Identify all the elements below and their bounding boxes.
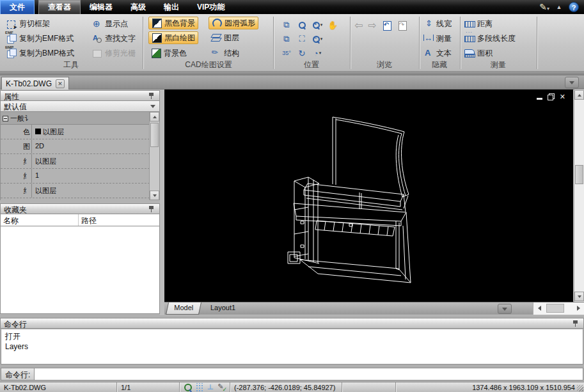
menu-editor-tab[interactable]: 编辑器 bbox=[81, 0, 122, 14]
layers-button[interactable]: 图层 bbox=[209, 31, 242, 44]
drawing-canvas[interactable]: ✕ bbox=[164, 90, 573, 302]
scrollbar-thumb[interactable] bbox=[546, 304, 564, 313]
status-model-dimensions: 1374.486 x 1963.109 x 1510.954 bbox=[396, 382, 584, 392]
scroll-left-icon[interactable] bbox=[535, 304, 544, 313]
column-header-name[interactable]: 名称 bbox=[1, 214, 79, 226]
black-white-drawing-toggle[interactable]: 黑白绘图 bbox=[148, 31, 198, 44]
crop-frame-button[interactable]: 剪切框架 bbox=[4, 17, 52, 30]
zoom-in-icon[interactable]: +▾ bbox=[310, 18, 325, 32]
tab-list-dropdown[interactable] bbox=[565, 77, 579, 88]
trim-raster-button[interactable]: 修剪光栅 bbox=[90, 47, 138, 59]
group-separator bbox=[143, 17, 143, 69]
structure-button[interactable]: 结构 bbox=[209, 47, 242, 59]
minimize-icon[interactable] bbox=[537, 98, 542, 100]
resize-grip[interactable] bbox=[577, 385, 583, 391]
canvas-vertical-scrollbar[interactable] bbox=[574, 90, 584, 302]
line-width-toggle[interactable]: 线宽 bbox=[421, 17, 454, 30]
properties-panel-header[interactable]: 属性 bbox=[0, 90, 160, 101]
ribbon-group-tools: 剪切框架 EMF 复制为EMF格式 BMP 复制为BMP格式 显示点 查找文字 … bbox=[0, 14, 142, 72]
property-row[interactable]: 纟 1 bbox=[1, 169, 150, 184]
property-row[interactable]: 纟 以图层 bbox=[1, 154, 150, 169]
draw-check-icon[interactable] bbox=[217, 383, 226, 391]
polyline-length-icon bbox=[464, 33, 475, 43]
scroll-right-icon[interactable] bbox=[574, 304, 583, 313]
find-text-button[interactable]: 查找文字 bbox=[90, 32, 138, 45]
restore-icon[interactable] bbox=[548, 93, 555, 100]
ortho-icon[interactable]: ⊥ bbox=[207, 383, 215, 391]
previous-view-icon[interactable] bbox=[382, 20, 392, 31]
pin-icon[interactable] bbox=[149, 93, 154, 99]
rotate-view-icon[interactable]: ⧉ bbox=[279, 18, 294, 32]
snap-icon[interactable] bbox=[184, 383, 192, 391]
back-icon[interactable]: ⇦ bbox=[354, 19, 363, 31]
pan-icon[interactable]: ✋ bbox=[325, 18, 340, 32]
close-tab-icon[interactable]: ✕ bbox=[56, 79, 65, 88]
canvas-horizontal-scrollbar[interactable] bbox=[533, 302, 584, 315]
property-row[interactable]: 色 以图层 bbox=[1, 125, 150, 139]
scroll-up-icon[interactable] bbox=[574, 90, 584, 100]
background-color-button[interactable]: 背景色 bbox=[148, 47, 189, 59]
pin-icon[interactable] bbox=[149, 206, 154, 212]
pen-tool-icon[interactable]: ✎▾ bbox=[539, 2, 549, 12]
drawing-area: ✕ Model Layout1 bbox=[164, 90, 584, 315]
rotate-35-icon[interactable]: 35° bbox=[279, 46, 294, 60]
area-button[interactable]: 面积 bbox=[462, 47, 495, 59]
command-input[interactable] bbox=[35, 368, 583, 380]
collapse-minus-icon[interactable] bbox=[3, 116, 8, 122]
text-toggle[interactable]: 文本 bbox=[421, 47, 454, 59]
ribbon-group-label: CAD绘图设置 bbox=[145, 59, 272, 70]
menu-viewer-tab[interactable]: 查看器 bbox=[38, 0, 81, 14]
command-history[interactable]: 打开 Layers bbox=[1, 329, 583, 365]
scrollbar-thumb[interactable] bbox=[575, 165, 583, 184]
scroll-down-icon[interactable] bbox=[150, 191, 159, 200]
zoom-extents-icon[interactable]: ⛶ bbox=[294, 32, 310, 46]
help-icon[interactable]: ? bbox=[569, 2, 579, 12]
black-background-toggle[interactable]: 黑色背景 bbox=[148, 17, 198, 29]
status-mode-icons: ⊥ bbox=[180, 382, 230, 392]
polyline-length-button[interactable]: 多段线长度 bbox=[462, 32, 518, 45]
grid-icon[interactable] bbox=[195, 383, 203, 391]
distance-icon bbox=[464, 19, 475, 29]
menu-file[interactable]: 文件 bbox=[0, 0, 35, 14]
menu-vip-tab[interactable]: VIP功能 bbox=[188, 0, 233, 14]
measure-toggle[interactable]: 测量 bbox=[421, 32, 454, 45]
next-view-icon[interactable] bbox=[397, 20, 407, 31]
property-row[interactable]: 图 2D bbox=[1, 139, 150, 154]
layout-list-dropdown[interactable] bbox=[498, 304, 512, 314]
collapse-ribbon-icon[interactable]: ▲ bbox=[555, 3, 564, 11]
smooth-arc-toggle[interactable]: 圆滑弧形 bbox=[209, 17, 258, 29]
trim-raster-icon bbox=[92, 48, 102, 58]
properties-scrollbar[interactable] bbox=[149, 112, 159, 200]
property-row[interactable]: 纟 以图层 bbox=[1, 184, 150, 198]
scroll-down-icon[interactable] bbox=[574, 292, 584, 301]
copy-view-icon[interactable]: ⧉ bbox=[279, 32, 294, 46]
pin-icon[interactable] bbox=[573, 320, 578, 327]
favorites-panel-header[interactable]: 收藏夹 bbox=[0, 203, 160, 214]
tab-layout1[interactable]: Layout1 bbox=[204, 302, 242, 315]
tab-model[interactable]: Model bbox=[166, 302, 201, 315]
zoom-out-icon[interactable]: −▾ bbox=[310, 32, 325, 46]
command-panel-header[interactable]: 命令行 bbox=[0, 318, 584, 329]
menu-output-tab[interactable]: 输出 bbox=[155, 0, 188, 14]
refresh-icon[interactable]: ↻ bbox=[294, 46, 310, 60]
scrollbar-thumb[interactable] bbox=[150, 123, 159, 147]
favorites-list[interactable] bbox=[0, 226, 160, 314]
line-width-icon bbox=[423, 19, 434, 29]
layers-icon bbox=[211, 33, 221, 43]
orbit-3d-icon[interactable]: ◔▾ bbox=[310, 46, 325, 60]
zoom-window-icon[interactable] bbox=[294, 18, 310, 32]
document-tab[interactable]: K-Tb02.DWG ✕ bbox=[1, 77, 69, 90]
property-category-row[interactable]: 一般讠 bbox=[1, 112, 159, 125]
menu-advanced-tab[interactable]: 高级 bbox=[122, 0, 155, 14]
properties-preset-dropdown[interactable]: 默认值 bbox=[0, 101, 160, 112]
copy-bmp-button[interactable]: BMP 复制为BMP格式 bbox=[4, 47, 77, 59]
distance-button[interactable]: 距离 bbox=[462, 17, 495, 30]
ribbon-group-position: ⧉ +▾ ✋ ⧉ ⛶ −▾ 35° ↻ ◔▾ 位置 bbox=[274, 14, 349, 72]
forward-icon[interactable]: ⇨ bbox=[368, 19, 376, 31]
show-points-button[interactable]: 显示点 bbox=[90, 17, 130, 30]
copy-emf-button[interactable]: EMF 复制为EMF格式 bbox=[4, 32, 76, 45]
layout-tab-bar: Model Layout1 bbox=[164, 302, 584, 315]
close-icon[interactable]: ✕ bbox=[560, 93, 565, 100]
scroll-up-icon[interactable] bbox=[150, 112, 159, 122]
column-header-path[interactable]: 路径 bbox=[79, 214, 99, 226]
